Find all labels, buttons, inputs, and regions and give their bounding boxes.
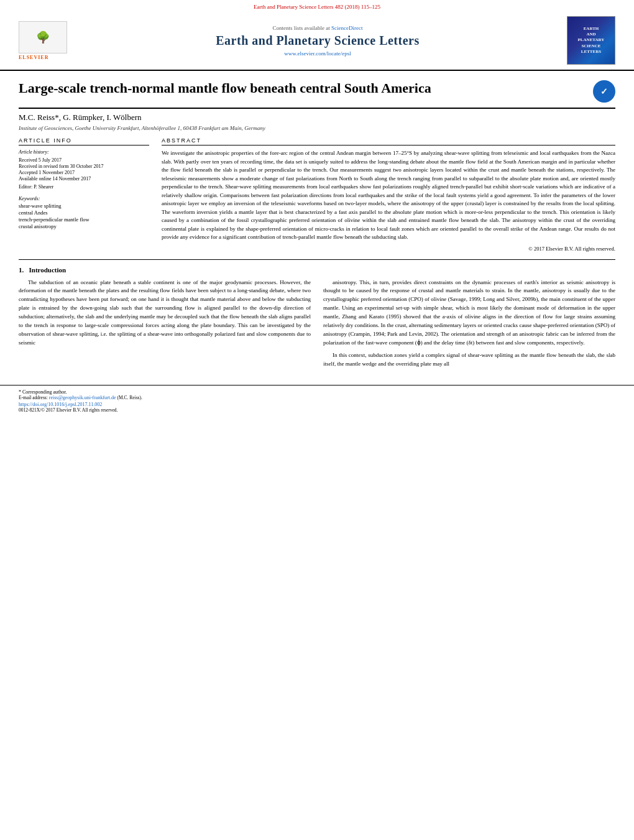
keywords-block: Keywords: shear-wave splitting central A… <box>19 196 149 229</box>
journal-url[interactable]: www.elsevier.com/locate/epsl <box>68 50 567 57</box>
authors: M.C. Reiss*, G. Rümpker, I. Wölbern <box>19 113 615 122</box>
footnote-star: * Corresponding author. <box>19 389 615 395</box>
section-divider <box>19 259 615 260</box>
received-date: Received 5 July 2017 <box>19 157 149 163</box>
abstract-text: We investigate the anisotropic propertie… <box>162 149 615 242</box>
email-link[interactable]: reiss@geophysik.uni-frankfurt.de <box>49 395 116 400</box>
email-line: E-mail address: reiss@geophysik.uni-fran… <box>19 395 615 400</box>
citation-bar: Earth and Planetary Science Letters 482 … <box>0 0 634 11</box>
keyword-4: crustal anisotropy <box>19 223 149 229</box>
elsevier-logo-box: 🌳 <box>19 21 67 53</box>
journal-header-center: Contents lists available at ScienceDirec… <box>68 25 567 57</box>
article-title-section: Large-scale trench-normal mantle flow be… <box>19 80 615 109</box>
intro-heading: Introduction <box>29 266 67 274</box>
keyword-1: shear-wave splitting <box>19 203 149 209</box>
article-info-block: Article history: Received 5 July 2017 Re… <box>19 149 149 190</box>
article-title: Large-scale trench-normal mantle flow be… <box>19 80 587 96</box>
received-revised-date: Received in revised form 30 October 2017 <box>19 164 149 169</box>
history-label: Article history: <box>19 149 149 155</box>
keyword-2: central Andes <box>19 210 149 216</box>
earth-logo-inner: EARTH AND PLANETARY SCIENCE LETTERS <box>578 26 605 54</box>
contents-line: Contents lists available at ScienceDirec… <box>68 25 567 31</box>
email-suffix: (M.C. Reiss). <box>117 395 142 400</box>
copyright: © 2017 Elsevier B.V. All rights reserved… <box>162 246 615 252</box>
keyword-3: trench-perpendicular mantle flow <box>19 216 149 223</box>
intro-col1: The subduction of an oceanic plate benea… <box>19 279 311 372</box>
intro-col2-p1: anisotropy. This, in turn, provides dire… <box>323 279 615 348</box>
issn-line: 0012-821X/© 2017 Elsevier B.V. All right… <box>19 407 615 413</box>
elsevier-logo: 🌳 ELSEVIER <box>19 21 68 60</box>
intro-col1-p1: The subduction of an oceanic plate benea… <box>19 279 311 348</box>
journal-title: Earth and Planetary Science Letters <box>68 34 567 48</box>
affiliation: Institute of Geosciences, Goethe Univers… <box>19 125 615 131</box>
citation-text: Earth and Planetary Science Letters 482 … <box>254 4 380 10</box>
contents-text: Contents lists available at <box>273 25 330 31</box>
keywords-label: Keywords: <box>19 196 149 201</box>
article-info-header: ARTICLE INFO <box>19 137 149 145</box>
email-label: E-mail address: <box>19 395 48 400</box>
earth-logo-box: EARTH AND PLANETARY SCIENCE LETTERS <box>567 16 615 65</box>
accepted-date: Accepted 1 November 2017 <box>19 170 149 175</box>
editor: Editor: P. Shearer <box>19 184 149 190</box>
intro-col2: anisotropy. This, in turn, provides dire… <box>323 279 615 372</box>
doi-link[interactable]: https://doi.org/10.1016/j.epsl.2017.11.0… <box>19 402 615 407</box>
right-column: ABSTRACT We investigate the anisotropic … <box>162 137 615 252</box>
intro-body: The subduction of an oceanic plate benea… <box>19 279 615 372</box>
intro-title: 1. Introduction <box>19 266 615 274</box>
journal-header: 🌳 ELSEVIER Contents lists available at S… <box>0 11 634 71</box>
page: Earth and Planetary Science Letters 482 … <box>0 0 634 840</box>
abstract-header: ABSTRACT <box>162 137 615 145</box>
available-date: Available online 14 November 2017 <box>19 176 149 182</box>
introduction-section: 1. Introduction The subduction of an oce… <box>19 266 615 372</box>
page-footer: * Corresponding author. E-mail address: … <box>0 385 634 415</box>
intro-number: 1. <box>19 266 24 274</box>
article-info-abstract: ARTICLE INFO Article history: Received 5… <box>19 137 615 252</box>
corresponding-author-label: * Corresponding author. <box>19 389 67 395</box>
intro-col2-p2: In this context, subduction zones yield … <box>323 351 615 369</box>
left-column: ARTICLE INFO Article history: Received 5… <box>19 137 149 252</box>
crossmark-icon[interactable]: ✓ <box>593 80 615 103</box>
main-content: Large-scale trench-normal mantle flow be… <box>0 71 634 379</box>
elsevier-text: ELSEVIER <box>19 55 48 60</box>
sciencedirect-link[interactable]: ScienceDirect <box>331 25 362 31</box>
elsevier-tree-icon: 🌳 <box>36 30 50 44</box>
